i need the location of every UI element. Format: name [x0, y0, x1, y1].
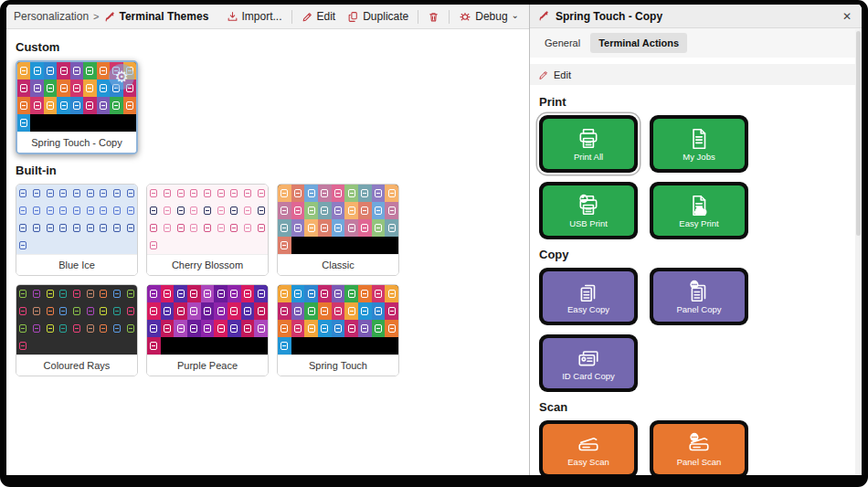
theme-tile — [123, 320, 137, 337]
mini-icon — [73, 189, 80, 197]
mini-icon — [100, 101, 107, 110]
theme-tile — [147, 320, 161, 337]
mini-icon — [87, 224, 94, 232]
mini-icon — [375, 324, 382, 333]
scrollbar-thumb[interactable] — [856, 31, 861, 236]
theme-tile — [70, 185, 84, 202]
theme-tile — [304, 337, 318, 355]
mini-icon — [73, 101, 80, 110]
theme-tile — [70, 237, 84, 254]
terminal-action-print-all[interactable]: Print All — [539, 115, 638, 173]
terminal-action-easy-copy[interactable]: Easy Copy — [539, 268, 638, 325]
mini-icon — [20, 84, 27, 92]
mini-icon — [321, 224, 328, 232]
scrollbar[interactable] — [855, 29, 862, 475]
theme-tile — [291, 320, 305, 337]
edit-button[interactable]: Edit — [299, 8, 339, 25]
terminal-action-panel-copy[interactable]: Panel Copy — [650, 268, 748, 325]
theme-tile — [147, 185, 161, 202]
mini-icon — [217, 290, 225, 298]
mini-icon — [150, 342, 157, 350]
theme-tile — [344, 219, 358, 237]
theme-name-label: Coloured Rays — [16, 355, 137, 376]
theme-tile — [358, 219, 372, 237]
debug-button[interactable]: Debug ⌄ — [456, 8, 522, 25]
panel-edit-label: Edit — [554, 69, 571, 80]
mini-icon — [308, 324, 315, 333]
theme-tile — [43, 237, 57, 254]
mini-icon — [33, 324, 40, 333]
theme-card[interactable]: Spring Touch — [277, 284, 399, 376]
terminal-action-easy-scan[interactable]: Easy Scan — [539, 420, 638, 475]
mini-icon — [217, 224, 225, 232]
import-button[interactable]: Import... — [224, 8, 285, 25]
chevron-down-icon: ⌄ — [512, 10, 519, 20]
tab-terminal-actions[interactable]: Terminal Actions — [590, 33, 687, 53]
theme-tile — [57, 302, 70, 320]
tab-general[interactable]: General — [536, 33, 588, 53]
theme-tile — [70, 285, 84, 302]
terminal-action-id-card-copy[interactable]: ID Card Copy — [539, 334, 638, 392]
builtin-themes-grid: Blue IceCherry BlossomClassicColoured Ra… — [16, 184, 520, 376]
theme-tile — [161, 185, 175, 202]
breadcrumb: Personalization > Terminal Themes — [14, 10, 208, 23]
theme-card[interactable]: Classic — [277, 184, 399, 276]
theme-card[interactable]: Coloured Rays — [16, 284, 138, 376]
theme-card[interactable]: Purple Peace — [146, 284, 269, 376]
terminal-action-panel-scan[interactable]: Panel Scan — [650, 420, 748, 475]
mini-icon — [73, 324, 80, 333]
mini-icon — [308, 290, 315, 298]
terminal-action-my-jobs[interactable]: My Jobs — [650, 115, 748, 173]
theme-tile — [358, 302, 372, 320]
mini-icon — [33, 206, 40, 215]
theme-card[interactable]: Cherry Blossom — [146, 184, 269, 276]
mini-icon — [177, 206, 185, 215]
close-icon[interactable]: ✕ — [841, 10, 853, 23]
mini-icon — [33, 224, 40, 232]
mini-icon — [230, 206, 238, 215]
mini-icon — [113, 324, 121, 333]
delete-button[interactable] — [425, 9, 442, 25]
builtin-section-heading: Built-in — [16, 164, 520, 177]
theme-tile — [228, 285, 241, 302]
custom-section-heading: Custom — [16, 40, 520, 54]
theme-tile — [16, 185, 30, 202]
theme-tile — [332, 237, 345, 254]
theme-tile — [214, 237, 228, 254]
action-grid-print: Print AllMy JobsUSB PrintEasy Print — [539, 115, 852, 239]
theme-tile — [214, 302, 228, 320]
theme-tile — [187, 202, 201, 219]
mini-icon — [87, 307, 94, 315]
theme-tile — [83, 337, 97, 355]
mini-icon — [127, 324, 134, 333]
theme-card[interactable]: Spring Touch - Copy⚙ — [16, 60, 138, 154]
theme-tile — [97, 337, 111, 355]
mini-icon — [321, 290, 328, 298]
panel-edit-button[interactable]: Edit — [530, 64, 862, 85]
mini-icon — [177, 224, 185, 232]
theme-tile — [214, 219, 228, 237]
mini-icon — [217, 189, 225, 197]
theme-tile — [174, 337, 187, 355]
theme-tile — [187, 219, 201, 237]
terminal-action-easy-print[interactable]: Easy Print — [650, 182, 748, 239]
theme-tile — [318, 285, 332, 302]
mini-icon — [375, 307, 382, 315]
theme-tile — [358, 320, 372, 337]
breadcrumb-parent[interactable]: Personalization — [14, 10, 89, 23]
terminal-action-usb-print[interactable]: USB Print — [539, 182, 638, 239]
theme-card[interactable]: Blue Ice — [16, 184, 138, 276]
theme-tile — [304, 285, 318, 302]
theme-tile — [30, 79, 43, 97]
theme-tile — [30, 237, 44, 254]
terminal-action-screen: Easy Scan — [543, 424, 634, 474]
theme-tile — [43, 320, 57, 337]
theme-name-label: Cherry Blossom — [147, 254, 268, 275]
theme-tile — [241, 237, 255, 254]
duplicate-button[interactable]: Duplicate — [344, 8, 411, 25]
theme-tile — [318, 302, 332, 320]
mini-icon — [294, 189, 302, 197]
theme-tile — [372, 302, 386, 320]
theme-tile — [70, 62, 83, 79]
theme-tile — [83, 97, 96, 114]
